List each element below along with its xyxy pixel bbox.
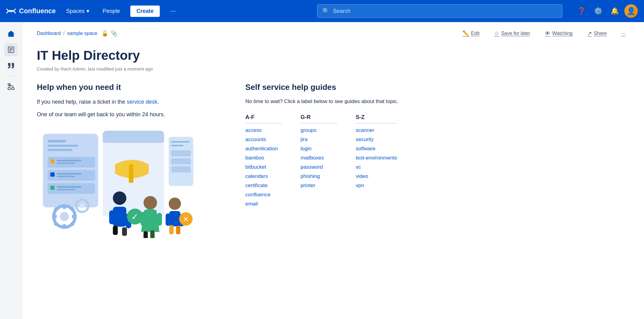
search-bar[interactable]: 🔍 [317,4,562,18]
left-sidebar [0,22,22,319]
label-item-confluence[interactable]: confluence [245,192,282,198]
breadcrumb-space[interactable]: sample space [67,31,98,36]
svg-rect-33 [171,150,191,156]
label-list-1: groupsjiraloginmailboxespasswordphishing… [301,127,337,189]
label-item-login[interactable]: login [301,146,337,152]
label-item-jira[interactable]: jira [301,136,337,143]
label-item-phishing[interactable]: phishing [301,173,337,179]
self-service-description: No time to wait? Click a label below to … [245,98,629,106]
svg-rect-20 [57,173,81,175]
svg-rect-63 [166,213,171,226]
label-item-mailboxes[interactable]: mailboxes [301,155,337,161]
label-col-header-1: G-R [301,114,337,124]
star-icon: ☆ [494,30,499,37]
watching-button[interactable]: 👁 Watching [541,29,576,39]
search-icon: 🔍 [322,7,330,15]
link-icon[interactable]: 📎 [111,30,117,37]
sidebar-quote-icon[interactable] [4,59,18,72]
label-item-groups[interactable]: groups [301,127,337,133]
label-item-bitbucket[interactable]: bitbucket [245,164,282,170]
tree-icon [7,83,15,90]
two-column-layout: Help when you need it If you need help, … [37,83,629,238]
label-col-header-2: S-Z [356,114,397,124]
help-button[interactable]: ❓ [575,4,588,18]
page-more-button[interactable]: ··· [618,29,629,38]
label-item-security[interactable]: security [356,136,397,143]
svg-rect-58 [157,213,162,226]
label-item-software[interactable]: software [356,146,397,152]
settings-icon: ⚙️ [594,7,602,15]
svg-point-37 [60,212,69,221]
save-for-later-button[interactable]: ☆ Save for later [491,28,534,39]
logo[interactable]: Confluence [6,6,56,16]
svg-rect-12 [48,145,78,147]
help-section: Help when you need it If you need help, … [37,83,227,238]
app-body: Dashboard / sample space 🔓 📎 ✏️ Edit ☆ S… [0,22,644,319]
sidebar-home-icon[interactable] [4,27,18,40]
label-item-access[interactable]: access [245,127,282,133]
svg-rect-11 [48,140,66,142]
people-nav-item[interactable]: People [100,6,123,16]
label-item-password[interactable]: password [301,164,337,170]
svg-rect-32 [171,145,183,146]
label-item-bamboo[interactable]: bamboo [245,155,282,161]
lock-icon[interactable]: 🔓 [102,30,108,37]
nav-icon-group: ❓ ⚙️ 🔔 👤 [575,4,638,18]
svg-rect-17 [57,163,75,164]
sidebar-divider [6,76,17,76]
svg-rect-19 [50,172,55,177]
label-item-vpn[interactable]: vpn [356,183,397,189]
service-desk-link[interactable]: service desk [127,99,157,105]
svg-rect-59 [144,231,148,238]
sidebar-page-icon[interactable] [4,43,18,56]
create-button[interactable]: Create [130,6,160,17]
page-actions: ✏️ Edit ☆ Save for later 👁 Watching ↗ Sh… [459,28,629,39]
label-col-header-0: A-F [245,114,282,124]
user-avatar[interactable]: 👤 [624,4,638,18]
labels-grid: A-Faccessaccountsauthenticationbamboobit… [245,114,629,207]
spaces-nav-item[interactable]: Spaces ▾ [63,6,92,16]
label-item-accounts[interactable]: accounts [245,136,282,143]
svg-rect-24 [57,186,81,188]
label-item-certificate[interactable]: certificate [245,183,282,189]
label-item-scanner[interactable]: scanner [356,127,397,133]
more-nav-button[interactable]: ··· [167,5,179,17]
breadcrumb-dashboard[interactable]: Dashboard [37,31,61,36]
label-item-vc[interactable]: vc [356,164,397,170]
share-icon: ↗ [587,30,592,37]
svg-rect-5 [8,88,10,90]
svg-rect-62 [169,211,180,226]
eye-icon: 👁 [545,30,550,37]
svg-rect-39 [63,224,66,229]
label-item-email[interactable]: email [245,201,282,207]
svg-rect-34 [171,158,191,164]
share-button[interactable]: ↗ Share [584,28,611,39]
bell-icon: 🔔 [611,7,619,15]
edit-icon: ✏️ [462,30,469,37]
svg-rect-50 [109,210,115,224]
sidebar-tree-icon[interactable] [4,80,18,94]
svg-point-61 [169,198,181,210]
svg-rect-21 [57,176,75,177]
help-para-2: One of our team will get back to you wit… [37,110,227,119]
search-input[interactable] [333,8,557,14]
label-item-calendars[interactable]: calendars [245,173,282,179]
self-service-title: Self service help guides [245,83,629,92]
settings-button[interactable]: ⚙️ [591,4,605,18]
svg-rect-52 [113,226,118,235]
label-item-printer[interactable]: printer [301,183,337,189]
notifications-button[interactable]: 🔔 [608,4,621,18]
label-item-test-environments[interactable]: test-environments [356,155,397,161]
svg-point-48 [113,191,126,205]
label-item-authentication[interactable]: authentication [245,146,282,152]
help-section-title: Help when you need it [37,83,227,92]
label-item-video[interactable]: video [356,173,397,179]
label-col-af: A-Faccessaccountsauthenticationbamboobit… [245,114,282,207]
quote-icon [7,62,15,69]
label-list-2: scannersecuritysoftwaretest-environments… [356,127,397,189]
confluence-logo-icon [6,6,16,16]
edit-button[interactable]: ✏️ Edit [459,28,483,39]
svg-rect-25 [57,189,75,190]
breadcrumb-icon-group: 🔓 📎 [102,30,117,37]
page-title: IT Help Directory [37,48,629,63]
